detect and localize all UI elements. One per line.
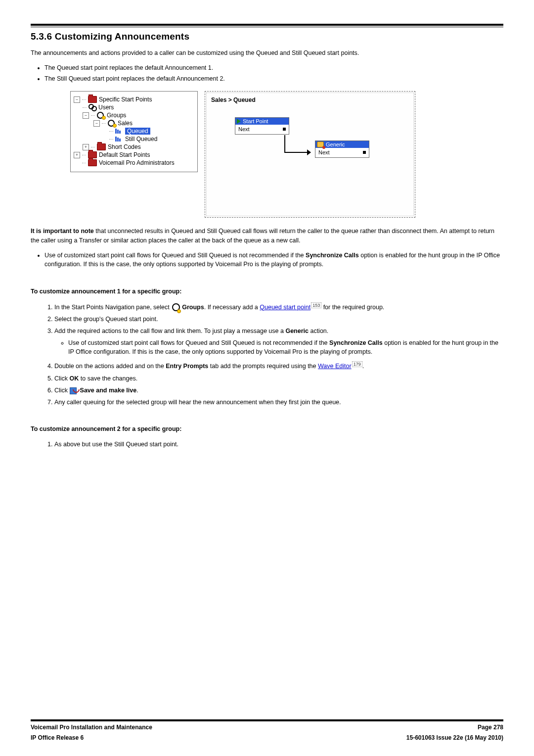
node-title: Generic bbox=[326, 142, 345, 147]
procedure1-step4: Double on the actions added and on the E… bbox=[54, 361, 503, 371]
breadcrumb: Sales > Queued bbox=[211, 96, 409, 103]
procedure1-step3-subnote: Use of customized start point call flows… bbox=[68, 338, 503, 356]
tree-label: Specific Start Points bbox=[99, 96, 152, 103]
procedure1-step5: Click OK to save the changes. bbox=[54, 374, 503, 383]
procedure2-steps: As above but use the Still Queued start … bbox=[54, 440, 503, 449]
connector-icon[interactable] bbox=[283, 128, 286, 131]
tree-vm-admins[interactable]: Voicemail Pro Administrators bbox=[74, 159, 194, 167]
procedure2-step1: As above but use the Still Queued start … bbox=[54, 440, 503, 449]
minus-icon[interactable]: − bbox=[83, 112, 89, 119]
intro-paragraph: The announcements and actions provided t… bbox=[31, 48, 503, 57]
footer-left-2: IP Office Release 6 bbox=[31, 734, 84, 742]
tree-groups[interactable]: − Groups bbox=[74, 111, 194, 119]
generic-action-icon bbox=[317, 142, 324, 147]
navigation-tree[interactable]: − Specific Start Points Users − Groups − bbox=[70, 91, 198, 172]
note-rest: that unconnected results in Queued and S… bbox=[31, 228, 494, 243]
note-prefix: It is important to note bbox=[31, 228, 94, 235]
groups-icon bbox=[172, 303, 181, 311]
tree-label: Still Queued bbox=[125, 136, 157, 142]
tree-queued[interactable]: Queued bbox=[74, 127, 194, 135]
footer-left-1: Voicemail Pro Installation and Maintenan… bbox=[31, 723, 152, 732]
procedure2-heading: To customize announcement 2 for a specif… bbox=[31, 425, 503, 433]
embedded-screenshot: − Specific Start Points Users − Groups − bbox=[70, 91, 503, 218]
procedure1-step1: In the Start Points Navigation pane, sel… bbox=[54, 302, 503, 312]
node-output-label: Next bbox=[238, 126, 250, 132]
users-icon bbox=[89, 104, 96, 111]
footer-right-1: Page 278 bbox=[478, 723, 503, 732]
page-ref: 179 bbox=[352, 361, 362, 367]
tree-specific-start-points[interactable]: − Specific Start Points bbox=[74, 95, 194, 103]
play-icon bbox=[237, 119, 241, 124]
arrow-icon bbox=[307, 149, 311, 155]
tree-label: Voicemail Pro Administrators bbox=[99, 159, 175, 166]
connector-icon[interactable] bbox=[363, 151, 366, 154]
footer-right-2: 15-601063 Issue 22e (16 May 2010) bbox=[406, 734, 503, 742]
procedure1-heading: To customize announcement 1 for a specif… bbox=[31, 287, 503, 296]
page: 5.3.6 Customizing Announcements The anno… bbox=[0, 0, 534, 756]
top-rule-thin bbox=[31, 27, 503, 27]
save-and-make-live-icon bbox=[70, 386, 79, 394]
procedure1-step6: Click Save and make live. bbox=[54, 386, 503, 395]
flow-connector bbox=[284, 135, 311, 157]
plus-icon[interactable]: + bbox=[83, 144, 89, 150]
section-number: 5.3.6 bbox=[31, 31, 52, 42]
sync-note-list: Use of customized start point call flows… bbox=[44, 251, 503, 269]
sync-note: Use of customized start point call flows… bbox=[44, 251, 503, 269]
procedure1-step2: Select the group's Queued start point. bbox=[54, 315, 503, 324]
flow-node-generic[interactable]: Generic Next bbox=[315, 141, 369, 158]
minus-icon[interactable]: − bbox=[93, 120, 100, 127]
top-rule-thick bbox=[31, 24, 503, 26]
flow-node-start-point[interactable]: Start Point Next bbox=[235, 117, 289, 135]
important-note: It is important to note that unconnected… bbox=[31, 227, 503, 244]
tree-label-selected: Queued bbox=[125, 128, 150, 135]
groups-icon bbox=[97, 112, 105, 119]
tree-label: Sales bbox=[118, 120, 133, 127]
section-heading: 5.3.6 Customizing Announcements bbox=[31, 31, 503, 42]
queue-icon bbox=[115, 137, 123, 142]
procedure1-step7: Any caller queuing for the selected grou… bbox=[54, 398, 503, 407]
folder-icon bbox=[88, 151, 97, 158]
tree-label: Users bbox=[98, 104, 114, 111]
tree-label: Default Start Points bbox=[99, 151, 150, 158]
tree-label: Short Codes bbox=[108, 143, 141, 150]
node-title: Start Point bbox=[243, 118, 268, 124]
minus-icon[interactable]: − bbox=[74, 96, 80, 103]
folder-icon bbox=[88, 159, 97, 166]
plus-icon[interactable]: + bbox=[74, 152, 80, 158]
folder-icon bbox=[97, 143, 106, 150]
intro-bullets: The Queued start point replaces the defa… bbox=[44, 63, 503, 83]
tree-label: Groups bbox=[107, 112, 126, 119]
node-output-label: Next bbox=[318, 149, 330, 155]
procedure1-steps: In the Start Points Navigation pane, sel… bbox=[54, 302, 503, 407]
tree-sales[interactable]: − Sales bbox=[74, 119, 194, 127]
group-icon bbox=[108, 120, 116, 127]
queue-icon bbox=[115, 129, 123, 134]
wave-editor-link[interactable]: Wave Editor bbox=[318, 363, 352, 370]
tree-users[interactable]: Users bbox=[74, 103, 194, 111]
callflow-canvas[interactable]: Sales > Queued Start Point Next Generic bbox=[205, 91, 415, 218]
section-title: Customizing Announcements bbox=[55, 31, 189, 42]
page-footer: Voicemail Pro Installation and Maintenan… bbox=[31, 719, 503, 742]
intro-bullet-2: The Still Queued start point replaces th… bbox=[44, 74, 503, 83]
queued-start-point-link[interactable]: Queued start point bbox=[260, 304, 311, 311]
page-ref: 153 bbox=[311, 302, 321, 308]
intro-bullet-1: The Queued start point replaces the defa… bbox=[44, 63, 503, 72]
procedure1-step3: Add the required actions to the call flo… bbox=[54, 327, 503, 356]
folder-icon bbox=[88, 96, 97, 103]
tree-still-queued[interactable]: Still Queued bbox=[74, 135, 194, 143]
